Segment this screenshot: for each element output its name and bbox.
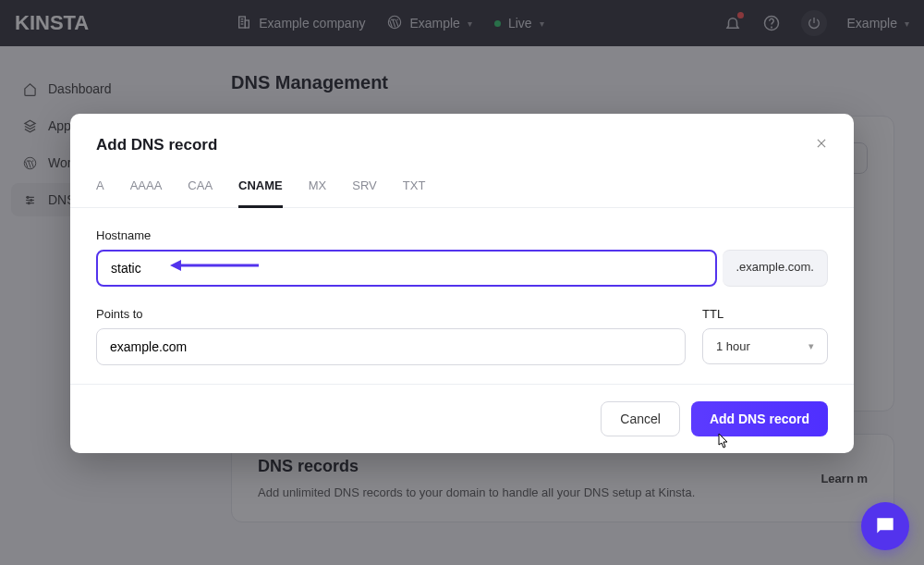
record-type-tabs: A AAAA CAA CNAME MX SRV TXT (70, 166, 854, 208)
chat-widget[interactable] (861, 502, 909, 550)
ttl-label: TTL (702, 307, 828, 321)
cancel-button[interactable]: Cancel (601, 401, 680, 436)
tab-a[interactable]: A (96, 178, 104, 207)
add-dns-modal: Add DNS record A AAAA CAA CNAME MX SRV T… (70, 114, 854, 453)
ttl-select[interactable]: 1 hour ▾ (702, 328, 828, 364)
modal-header: Add DNS record (70, 114, 854, 166)
chevron-down-icon: ▾ (808, 340, 814, 352)
tab-srv[interactable]: SRV (352, 178, 377, 207)
modal-footer: Cancel Add DNS record (70, 384, 854, 453)
points-to-label: Points to (96, 307, 686, 321)
tab-txt[interactable]: TXT (403, 178, 426, 207)
tab-aaaa[interactable]: AAAA (130, 178, 163, 207)
modal-title: Add DNS record (96, 136, 217, 154)
modal-body: Hostname .example.com. Points to TTL 1 h… (70, 208, 854, 384)
tab-mx[interactable]: MX (309, 178, 327, 207)
hostname-input[interactable] (96, 250, 717, 287)
add-dns-record-button[interactable]: Add DNS record (691, 401, 828, 436)
close-button[interactable] (815, 137, 828, 154)
ttl-value: 1 hour (716, 339, 750, 353)
points-to-input[interactable] (96, 328, 686, 365)
tab-caa[interactable]: CAA (188, 178, 213, 207)
domain-suffix: .example.com. (723, 250, 828, 287)
hostname-label: Hostname (96, 228, 828, 242)
tab-cname[interactable]: CNAME (238, 178, 283, 208)
